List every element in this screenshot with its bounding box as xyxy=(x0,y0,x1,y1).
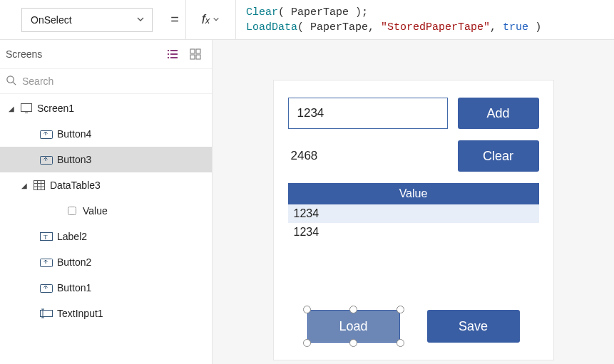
tree-label: Screen1 xyxy=(37,103,74,114)
resize-handle[interactable] xyxy=(303,339,311,347)
svg-rect-9 xyxy=(196,55,200,59)
search-row xyxy=(0,68,212,94)
chevron-down-icon xyxy=(136,14,145,26)
button-icon xyxy=(40,128,53,140)
search-input[interactable] xyxy=(22,76,205,87)
svg-rect-4 xyxy=(168,57,169,58)
sum-label: 2468 xyxy=(288,149,318,163)
formula-editor[interactable]: Clear( PaperTape ); LoadData( PaperTape,… xyxy=(236,0,614,41)
chevron-down-icon xyxy=(213,16,220,24)
property-dropdown-value: OnSelect xyxy=(31,14,72,26)
resize-handle[interactable] xyxy=(303,306,311,313)
tree-node-value[interactable]: Value xyxy=(0,198,212,224)
list-view-icon[interactable] xyxy=(166,48,179,61)
tree-label: Value xyxy=(83,205,108,217)
data-table[interactable]: Value 1234 1234 xyxy=(288,183,539,241)
tree-label: Button1 xyxy=(57,282,91,293)
screens-panel: Screens xyxy=(0,40,213,364)
tree-label: Button3 xyxy=(57,154,91,165)
app-preview: 1234 Add 2468 Clear Value 1234 1234 xyxy=(273,80,554,360)
input-add-row: 1234 Add xyxy=(288,98,539,129)
button-icon xyxy=(40,256,53,269)
search-icon xyxy=(6,75,16,88)
svg-rect-7 xyxy=(196,49,200,53)
tree-node-button2[interactable]: Button2 xyxy=(0,249,212,275)
tree-view: ◢ Screen1 Button4 Button3 xyxy=(0,94,212,364)
svg-rect-1 xyxy=(170,50,178,51)
svg-rect-25 xyxy=(41,285,53,293)
caret-down-icon: ◢ xyxy=(20,182,29,189)
svg-point-10 xyxy=(7,76,14,83)
datatable-icon xyxy=(33,179,46,192)
load-button-selected[interactable]: Load xyxy=(307,310,400,343)
svg-rect-21 xyxy=(68,207,76,215)
grid-view-icon[interactable] xyxy=(189,48,202,61)
button-icon xyxy=(40,153,53,166)
textinput-icon xyxy=(40,307,53,320)
svg-rect-6 xyxy=(190,49,195,53)
property-dropdown[interactable]: OnSelect xyxy=(21,8,153,32)
button-icon xyxy=(40,281,53,294)
tree-node-button4[interactable]: Button4 xyxy=(0,121,212,147)
svg-rect-8 xyxy=(190,55,195,59)
svg-rect-14 xyxy=(41,131,53,139)
number-input-value: 1234 xyxy=(297,106,324,120)
load-button[interactable]: Load xyxy=(307,310,400,343)
svg-line-11 xyxy=(13,82,16,85)
table-header: Value xyxy=(288,183,539,204)
fx-label[interactable]: fx xyxy=(186,0,236,40)
tree-node-datatable3[interactable]: ◢ DataTable3 xyxy=(0,172,212,198)
equals-sign: = xyxy=(164,11,185,28)
tree-node-button3[interactable]: Button3 xyxy=(0,147,212,172)
sum-clear-row: 2468 Clear xyxy=(288,140,539,172)
table-row[interactable]: 1234 xyxy=(288,223,539,241)
tree-label: DataTable3 xyxy=(50,180,101,191)
number-input[interactable]: 1234 xyxy=(288,98,448,129)
panel-title: Screens xyxy=(6,48,42,60)
tree-label: Label2 xyxy=(57,231,87,242)
formula-bar: OnSelect = fx Clear( PaperTape ); LoadDa… xyxy=(0,0,614,40)
canvas-area[interactable]: 1234 Add 2468 Clear Value 1234 1234 xyxy=(213,40,614,364)
resize-handle[interactable] xyxy=(396,306,404,313)
property-dropdown-wrap: OnSelect xyxy=(0,1,164,39)
tree-label: Button2 xyxy=(57,256,91,268)
tree-node-label2[interactable]: T Label2 xyxy=(0,224,212,249)
svg-rect-15 xyxy=(41,157,53,165)
resize-handle[interactable] xyxy=(396,339,404,347)
table-row[interactable]: 1234 xyxy=(288,204,539,223)
svg-rect-0 xyxy=(168,50,169,51)
resize-handle[interactable] xyxy=(349,306,357,313)
column-icon xyxy=(66,204,78,217)
tree-node-button1[interactable]: Button1 xyxy=(0,275,212,301)
caret-down-icon: ◢ xyxy=(7,105,16,113)
save-button[interactable]: Save xyxy=(427,310,520,343)
svg-rect-16 xyxy=(34,181,45,190)
label-icon: T xyxy=(40,230,53,243)
svg-rect-5 xyxy=(170,57,178,58)
tree-node-textinput1[interactable]: TextInput1 xyxy=(0,301,212,326)
svg-rect-3 xyxy=(170,53,178,55)
resize-handle[interactable] xyxy=(349,339,357,347)
tree-node-screen1[interactable]: ◢ Screen1 xyxy=(0,95,212,121)
svg-rect-12 xyxy=(21,104,32,112)
svg-rect-26 xyxy=(41,311,53,317)
tree-label: TextInput1 xyxy=(57,308,103,319)
clear-button[interactable]: Clear xyxy=(458,140,539,172)
tree-label: Button4 xyxy=(57,128,91,140)
svg-rect-24 xyxy=(41,259,53,267)
add-button[interactable]: Add xyxy=(458,98,539,129)
panel-header: Screens xyxy=(0,40,212,68)
fx-box: fx Clear( PaperTape ); LoadData( PaperTa… xyxy=(185,0,614,40)
svg-rect-2 xyxy=(168,53,169,55)
screen-icon xyxy=(20,102,33,115)
svg-text:T: T xyxy=(44,234,48,241)
panel-actions xyxy=(166,48,202,61)
bottom-buttons: Load Save xyxy=(274,310,553,343)
